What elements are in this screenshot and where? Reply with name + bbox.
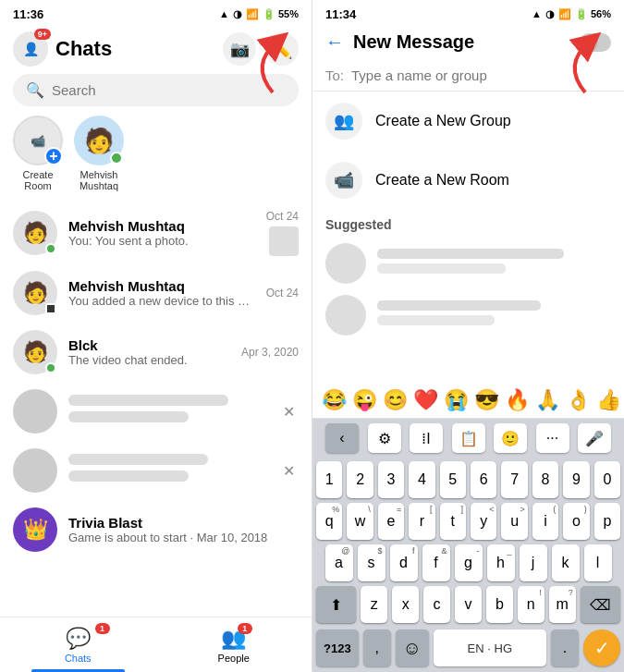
create-room-story[interactable]: 📹 + CreateRoom xyxy=(13,116,63,191)
device-icon xyxy=(45,303,56,314)
blurred-avatar xyxy=(13,389,57,434)
shift-key[interactable]: ⬆ xyxy=(316,586,356,623)
key-z[interactable]: z xyxy=(361,586,387,623)
lock-toggle[interactable] xyxy=(580,33,611,52)
key-s[interactable]: s$ xyxy=(358,544,385,581)
blurred-chat-item[interactable]: ✕ xyxy=(0,382,312,441)
emoji-thumbs[interactable]: 👍 xyxy=(596,388,621,412)
emoji-cool[interactable]: 😎 xyxy=(474,388,499,412)
online-dot xyxy=(45,243,56,254)
key-b[interactable]: b xyxy=(486,586,513,623)
key-t[interactable]: t] xyxy=(440,503,466,540)
mic-icon[interactable]: 🎤 xyxy=(578,423,611,453)
back-button[interactable]: ← xyxy=(325,31,344,53)
mehvish-story-avatar: 🧑 xyxy=(74,116,124,165)
key-3[interactable]: 3 xyxy=(378,461,404,498)
comma-key[interactable]: , xyxy=(363,629,391,666)
settings-icon[interactable]: ⚙ xyxy=(368,423,401,453)
space-key[interactable]: EN · HG xyxy=(434,629,546,666)
blurred-chat-item[interactable]: ✕ xyxy=(0,441,312,500)
chat-avatar: 🧑 xyxy=(13,211,57,255)
num-switch-button[interactable]: ?123 xyxy=(316,629,359,666)
compose-button[interactable]: ✏️ xyxy=(265,32,299,66)
emoji-key[interactable]: ☺ xyxy=(396,629,429,666)
nav-people[interactable]: 👥 People 1 xyxy=(156,617,312,672)
key-w[interactable]: w\ xyxy=(347,503,373,540)
send-button[interactable]: ✓ xyxy=(583,629,620,666)
chat-item[interactable]: 🧑 Mehvish Mushtaq You: You sent a photo.… xyxy=(0,202,312,263)
key-f[interactable]: f& xyxy=(422,544,450,581)
key-g[interactable]: g- xyxy=(455,544,483,581)
key-4[interactable]: 4 xyxy=(409,461,434,498)
key-8[interactable]: 8 xyxy=(532,461,558,498)
clipboard-icon[interactable]: 📋 xyxy=(452,423,485,453)
chat-info: Mehvish Mushtaq You: You sent a photo. xyxy=(68,218,255,248)
search-input[interactable] xyxy=(52,82,286,98)
search-icon: 🔍 xyxy=(26,81,44,99)
to-bar[interactable]: To: xyxy=(312,60,624,92)
emoji-pray[interactable]: 🙏 xyxy=(535,388,560,412)
key-v[interactable]: v xyxy=(455,586,482,623)
suggested-item[interactable] xyxy=(312,238,624,289)
to-input[interactable] xyxy=(351,67,611,83)
trivia-blast-item[interactable]: 👑 Trivia Blast Game is about to start · … xyxy=(0,500,312,559)
key-h[interactable]: h_ xyxy=(487,544,515,581)
backspace-key[interactable]: ⌫ xyxy=(581,586,620,623)
key-c[interactable]: c xyxy=(423,586,450,623)
key-n[interactable]: n! xyxy=(518,586,544,623)
create-group-action[interactable]: 👥 Create a New Group xyxy=(312,92,624,151)
key-m[interactable]: m? xyxy=(549,586,576,623)
emoji-laughing[interactable]: 😂 xyxy=(322,388,347,412)
key-2[interactable]: 2 xyxy=(347,461,373,498)
key-o[interactable]: o) xyxy=(563,503,589,540)
more-icon[interactable]: ··· xyxy=(536,423,569,453)
key-d[interactable]: df xyxy=(390,544,418,581)
create-room-action[interactable]: 📹 Create a New Room xyxy=(312,151,624,210)
key-a[interactable]: a@ xyxy=(325,544,353,581)
key-5[interactable]: 5 xyxy=(440,461,466,498)
key-q[interactable]: q% xyxy=(316,503,342,540)
key-7[interactable]: 7 xyxy=(501,461,527,498)
period-key[interactable]: . xyxy=(551,629,579,666)
emoji-heart[interactable]: ❤️ xyxy=(413,388,438,412)
emoji-ok[interactable]: 👌 xyxy=(566,388,591,412)
user-avatar[interactable]: 👤 9+ xyxy=(13,31,48,67)
camera-button[interactable]: 📷 xyxy=(223,32,256,66)
key-1[interactable]: 1 xyxy=(316,461,342,498)
emoji-fire[interactable]: 🔥 xyxy=(505,388,530,412)
emoji-wink[interactable]: 😜 xyxy=(352,388,377,412)
key-y[interactable]: y< xyxy=(471,503,496,540)
chat-item[interactable]: 🧑 Mehvish Mushtaq You added a new device… xyxy=(0,263,312,323)
emoji-cry[interactable]: 😭 xyxy=(444,388,469,412)
chat-meta: Oct 24 xyxy=(266,210,299,256)
key-0[interactable]: 0 xyxy=(594,461,620,498)
cursor-icon[interactable]: ⁞I xyxy=(410,423,443,453)
key-e[interactable]: e= xyxy=(378,503,404,540)
back-key-icon[interactable]: ‹ xyxy=(325,423,359,453)
key-x[interactable]: x xyxy=(392,586,419,623)
chat-time: Apr 3, 2020 xyxy=(241,346,299,359)
chat-item[interactable]: 🧑 Blck The video chat ended. Apr 3, 2020 xyxy=(0,323,312,382)
key-r[interactable]: r[ xyxy=(409,503,434,540)
nav-chats[interactable]: 💬 Chats 1 xyxy=(0,617,156,672)
suggested-item[interactable] xyxy=(312,289,624,341)
key-9[interactable]: 9 xyxy=(563,461,589,498)
room-icon: 📹 xyxy=(325,162,362,199)
chat-meta: Oct 24 xyxy=(266,287,299,299)
mehvish-story[interactable]: 🧑 MehvishMushtaq xyxy=(74,116,124,191)
search-bar[interactable]: 🔍 xyxy=(13,74,299,106)
key-k[interactable]: k xyxy=(552,544,580,581)
key-6[interactable]: 6 xyxy=(471,461,496,498)
blurred-avatar xyxy=(13,448,57,493)
key-i[interactable]: i( xyxy=(532,503,558,540)
sticker-icon[interactable]: 🙂 xyxy=(494,423,527,453)
key-p[interactable]: p xyxy=(594,503,620,540)
key-u[interactable]: u> xyxy=(501,503,527,540)
key-l[interactable]: l xyxy=(584,544,612,581)
new-message-title: New Message xyxy=(353,31,474,53)
close-button[interactable]: ✕ xyxy=(279,458,299,483)
status-icons-left: ▲ ◑ 📶 🔋 55% xyxy=(219,8,299,20)
emoji-smile[interactable]: 😊 xyxy=(383,388,408,412)
key-j[interactable]: j xyxy=(520,544,547,581)
close-button[interactable]: ✕ xyxy=(279,399,299,424)
